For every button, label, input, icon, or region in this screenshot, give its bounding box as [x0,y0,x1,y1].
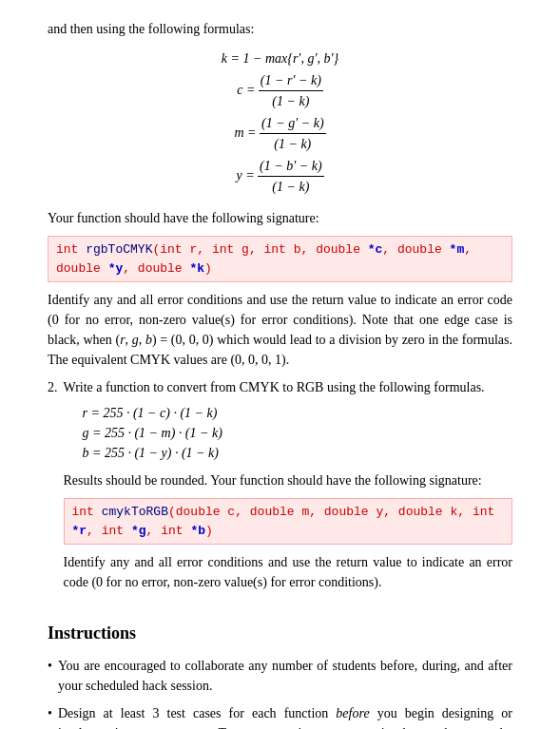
body1-text: Identify any and all error conditions an… [48,290,512,370]
bullet-icon: • [48,703,52,729]
signature2-box: int cmykToRGB(double c, double m, double… [64,498,513,545]
instructions-title: Instructions [48,621,512,646]
rgb-formulas-block: r = 255 · (1 − c) · (1 − k) g = 255 · (1… [83,403,513,463]
intro-text: and then using the following formulas: k… [48,19,512,729]
item2-label: 2. [48,377,58,600]
body2-text: Identify any and all error conditions an… [64,552,513,592]
signature1-intro: Your function should have the following … [48,208,512,228]
formulas-block: k = 1 − max{r′, g′, b′} c = (1 − r′ − k)… [48,48,512,197]
bullet-text-1: You are encouraged to collaborate any nu… [58,656,512,696]
item2: 2. Write a function to convert from CMYK… [48,377,512,600]
rounded-text: Results should be rounded. Your function… [64,470,513,490]
list-item: • Design at least 3 test cases for each … [48,703,512,729]
bullet-icon: • [48,656,52,696]
signature1-box: int rgbToCMYK(int r, int g, int b, doubl… [48,236,512,282]
list-item: • You are encouraged to collaborate any … [48,656,512,696]
item2-content: Write a function to convert from CMYK to… [64,377,513,600]
item2-text: Write a function to convert from CMYK to… [64,377,513,397]
bullet-text-2: Design at least 3 test cases for each fu… [58,703,512,729]
instructions-list: • You are encouraged to collaborate any … [48,656,512,729]
